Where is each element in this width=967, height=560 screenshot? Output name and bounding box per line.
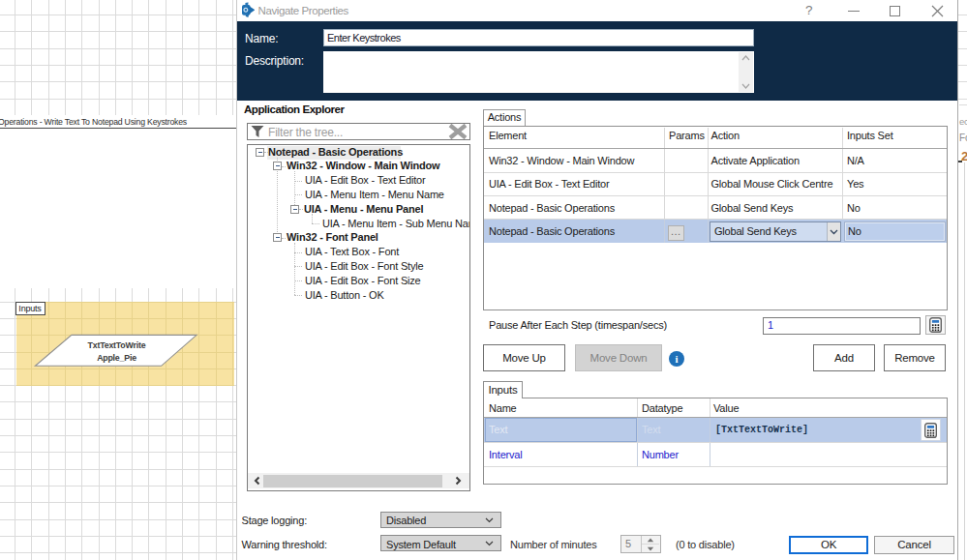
svg-text:TxtTextToWrite: TxtTextToWrite: [88, 340, 146, 350]
svg-text:Apple_Pie: Apple_Pie: [97, 353, 136, 363]
